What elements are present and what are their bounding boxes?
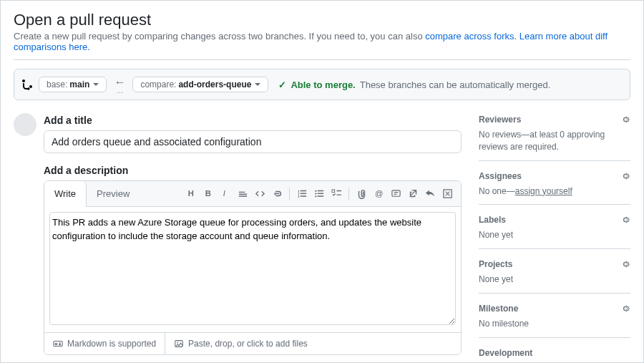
task-list-icon[interactable] (328, 186, 344, 202)
svg-rect-6 (331, 190, 334, 193)
avatar (14, 113, 36, 136)
svg-point-5 (315, 195, 316, 197)
svg-text:H: H (187, 189, 193, 198)
chevron-down-icon (93, 83, 99, 86)
projects-body: None yet (479, 274, 630, 286)
description-editor: Write Preview H B I (44, 180, 462, 355)
cross-reference-icon[interactable] (405, 186, 421, 202)
description-label: Add a description (44, 165, 462, 176)
gear-icon[interactable] (620, 171, 630, 181)
quote-icon[interactable] (235, 186, 250, 202)
projects-title: Projects (479, 259, 512, 269)
pr-title-input[interactable] (44, 130, 462, 153)
mention-icon[interactable]: @ (371, 186, 386, 202)
code-icon[interactable] (252, 186, 268, 202)
compare-bar: base: main ← … compare: add-orders-queue… (14, 69, 630, 100)
markdown-supported-link[interactable]: Markdown is supported (44, 333, 165, 354)
heading-icon[interactable]: H (183, 186, 199, 202)
gear-icon[interactable] (620, 259, 630, 269)
chevron-down-icon (255, 83, 260, 86)
git-compare-icon (21, 79, 33, 90)
reviewers-title: Reviewers (479, 115, 521, 125)
editor-toolbar: H B I @ (183, 186, 461, 202)
divider (14, 59, 630, 60)
merge-status: ✓ Able to merge. These branches can be a… (278, 79, 550, 90)
pr-description-input[interactable] (49, 212, 456, 325)
svg-point-4 (315, 193, 316, 194)
attach-files-area[interactable]: Paste, drop, or click to add files (165, 333, 461, 354)
saved-replies-icon[interactable] (388, 186, 404, 202)
page-subtitle: Create a new pull request by comparing c… (14, 31, 630, 52)
svg-text:I: I (223, 189, 225, 198)
base-branch-select[interactable]: base: main (39, 77, 107, 92)
compare-forks-link[interactable]: compare across forks (425, 31, 514, 42)
milestone-title: Milestone (479, 304, 518, 314)
gear-icon[interactable] (620, 215, 630, 225)
title-label: Add a title (44, 115, 462, 126)
assignees-title: Assignees (479, 171, 522, 181)
check-icon: ✓ (278, 79, 286, 90)
attach-icon[interactable] (353, 186, 369, 202)
gear-icon[interactable] (620, 115, 630, 125)
milestone-body: No milestone (479, 318, 630, 330)
sidebar: Reviewers No reviews—at least 0 approvin… (479, 113, 630, 363)
fullscreen-icon[interactable] (439, 186, 455, 202)
assign-yourself-link[interactable]: assign yourself (515, 186, 572, 196)
svg-point-3 (315, 190, 316, 192)
svg-rect-8 (391, 190, 399, 196)
link-icon[interactable] (269, 186, 285, 202)
ordered-list-icon[interactable] (294, 186, 310, 202)
assignees-body: No one—assign yourself (479, 185, 630, 198)
reviewers-body: No reviews—at least 0 approving reviews … (479, 129, 630, 153)
compare-branch-select[interactable]: compare: add-orders-queue (132, 77, 268, 92)
bold-icon[interactable]: B (200, 186, 216, 202)
page-title: Open a pull request (14, 11, 630, 29)
labels-title: Labels (479, 215, 506, 225)
svg-point-12 (177, 342, 178, 344)
reply-icon[interactable] (422, 186, 438, 202)
gear-icon[interactable] (620, 304, 630, 314)
svg-text:@: @ (374, 189, 382, 198)
tab-preview[interactable]: Preview (87, 181, 140, 206)
italic-icon[interactable]: I (218, 186, 233, 202)
development-title: Development (479, 348, 532, 358)
tab-write[interactable]: Write (44, 181, 87, 207)
svg-text:B: B (205, 189, 210, 198)
unordered-list-icon[interactable] (311, 186, 327, 202)
labels-body: None yet (479, 229, 630, 241)
